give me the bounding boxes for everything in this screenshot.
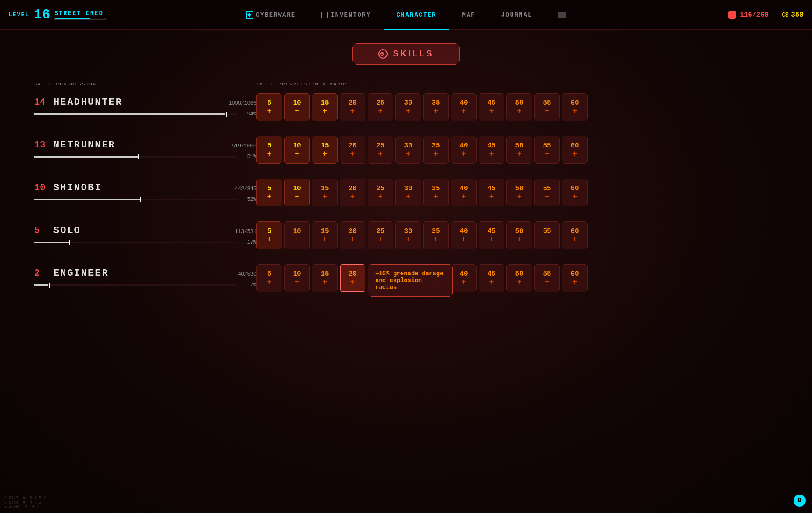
reward-tile-solo-1[interactable]: 10+ [284, 221, 310, 249]
reward-tile-shinobi-11[interactable]: 60+ [562, 179, 588, 206]
skill-level-solo: 5 [34, 225, 47, 236]
reward-tile-engineer-0[interactable]: 5+ [256, 264, 282, 292]
reward-tile-headhunter-4[interactable]: 25+ [368, 93, 393, 121]
nav-journal[interactable]: JOURNAL [488, 0, 545, 30]
rewards-grid-engineer: 5+10+15+20++10% grenade damage and explo… [256, 264, 588, 292]
reward-num-engineer-1: 10 [293, 271, 301, 277]
reward-tile-netrunner-3[interactable]: 20+ [340, 136, 365, 164]
reward-tile-solo-5[interactable]: 30+ [395, 221, 421, 249]
reward-tile-shinobi-1[interactable]: 10+ [284, 179, 310, 206]
reward-num-shinobi-5: 30 [404, 185, 412, 192]
reward-tile-headhunter-7[interactable]: 40+ [451, 93, 477, 121]
reward-plus-shinobi-1: + [295, 193, 300, 200]
reward-plus-shinobi-2: + [323, 193, 327, 200]
reward-num-headhunter-11: 60 [571, 100, 579, 106]
reward-tile-solo-8[interactable]: 45+ [479, 221, 504, 249]
nav-character[interactable]: CHARACTER [384, 0, 450, 30]
reward-tile-engineer-7[interactable]: 40+ [451, 264, 477, 292]
reward-tile-engineer-10[interactable]: 55+ [534, 264, 560, 292]
reward-tile-netrunner-6[interactable]: 35+ [423, 136, 449, 164]
reward-tile-engineer-9[interactable]: 50+ [506, 264, 532, 292]
reward-tile-solo-11[interactable]: 60+ [562, 221, 588, 249]
skill-bar-fill-engineer [34, 284, 48, 286]
reward-tile-solo-3[interactable]: 20+ [340, 221, 365, 249]
reward-tile-solo-2[interactable]: 15+ [312, 221, 338, 249]
reward-tile-headhunter-1[interactable]: 10+ [284, 93, 310, 121]
reward-tile-headhunter-8[interactable]: 45+ [479, 93, 504, 121]
nav-map[interactable]: MAP [449, 0, 488, 30]
reward-tile-solo-9[interactable]: 50+ [506, 221, 532, 249]
reward-tile-solo-4[interactable]: 25+ [368, 221, 393, 249]
reward-plus-headhunter-3: + [350, 107, 355, 115]
reward-num-shinobi-0: 5 [267, 185, 271, 192]
reward-plus-engineer-8: + [489, 278, 494, 286]
reward-tile-engineer-2[interactable]: 15+ [312, 264, 338, 292]
nav-inventory[interactable]: INVENTORY [309, 0, 384, 30]
reward-tile-solo-0[interactable]: 5+ [256, 221, 282, 249]
reward-tile-netrunner-5[interactable]: 30+ [395, 136, 421, 164]
nav-extra[interactable] [545, 0, 579, 30]
nav-inventory-label: INVENTORY [331, 12, 371, 18]
reward-tile-netrunner-1[interactable]: 10+ [284, 136, 310, 164]
reward-tile-shinobi-2[interactable]: 15+ [312, 179, 338, 206]
reward-tile-headhunter-2[interactable]: 15+ [312, 93, 338, 121]
skill-name-text-shinobi: SHINOBI [53, 183, 102, 193]
reward-tile-headhunter-11[interactable]: 60+ [562, 93, 588, 121]
skills-list: 14HEADHUNTER1008/106694%5+10+15+20+25+30… [34, 93, 778, 292]
reward-tile-netrunner-4[interactable]: 25+ [368, 136, 393, 164]
reward-tile-engineer-11[interactable]: 60+ [562, 264, 588, 292]
nav-cyberware[interactable]: CYBERWARE [233, 0, 309, 30]
reward-tile-shinobi-0[interactable]: 5+ [256, 179, 282, 206]
reward-tile-headhunter-3[interactable]: 20+ [340, 93, 365, 121]
reward-tile-netrunner-8[interactable]: 45+ [479, 136, 504, 164]
reward-tile-netrunner-10[interactable]: 55+ [534, 136, 560, 164]
reward-plus-shinobi-0: + [267, 193, 272, 200]
reward-tile-shinobi-3[interactable]: 20+ [340, 179, 365, 206]
inventory-icon [321, 12, 328, 18]
reward-tile-solo-6[interactable]: 35+ [423, 221, 449, 249]
reward-tile-headhunter-10[interactable]: 55+ [534, 93, 560, 121]
reward-tile-engineer-3[interactable]: 20+ [340, 264, 365, 292]
reward-plus-solo-5: + [406, 236, 411, 243]
reward-tile-shinobi-5[interactable]: 30+ [395, 179, 421, 206]
skill-bar-row-headhunter: 94% [34, 111, 256, 117]
reward-tile-netrunner-2[interactable]: 15+ [312, 136, 338, 164]
reward-plus-shinobi-6: + [434, 193, 438, 200]
reward-tile-headhunter-9[interactable]: 50+ [506, 93, 532, 121]
reward-num-shinobi-10: 55 [543, 185, 551, 192]
reward-plus-solo-2: + [323, 236, 327, 243]
skill-left-headhunter: 14HEADHUNTER1008/106694% [34, 97, 256, 117]
reward-tile-netrunner-7[interactable]: 40+ [451, 136, 477, 164]
reward-tile-netrunner-0[interactable]: 5+ [256, 136, 282, 164]
reward-num-shinobi-8: 45 [487, 185, 495, 192]
skill-bar-bg-solo [34, 242, 237, 243]
reward-tile-shinobi-6[interactable]: 35+ [423, 179, 449, 206]
reward-plus-headhunter-10: + [545, 107, 550, 115]
reward-num-engineer-8: 45 [487, 271, 495, 277]
reward-tile-netrunner-11[interactable]: 60+ [562, 136, 588, 164]
reward-tile-shinobi-4[interactable]: 25+ [368, 179, 393, 206]
reward-plus-netrunner-10: + [545, 150, 550, 158]
reward-plus-engineer-1: + [295, 278, 300, 286]
level-bar-container: STREET CRED [54, 10, 106, 20]
reward-tile-netrunner-9[interactable]: 50+ [506, 136, 532, 164]
reward-tile-engineer-8[interactable]: 45+ [479, 264, 504, 292]
reward-tile-engineer-1[interactable]: 10+ [284, 264, 310, 292]
reward-plus-shinobi-10: + [545, 193, 550, 200]
reward-tile-headhunter-6[interactable]: 35+ [423, 93, 449, 121]
reward-tile-solo-10[interactable]: 55+ [534, 221, 560, 249]
reward-num-headhunter-1: 10 [293, 100, 301, 106]
skills-button[interactable]: ⊕ SKILLS [352, 43, 460, 65]
reward-num-netrunner-3: 20 [348, 142, 356, 149]
reward-plus-engineer-3: + [350, 278, 355, 286]
reward-num-solo-0: 5 [267, 228, 271, 235]
reward-tile-shinobi-10[interactable]: 55+ [534, 179, 560, 206]
reward-tile-shinobi-7[interactable]: 40+ [451, 179, 477, 206]
reward-tile-shinobi-9[interactable]: 50+ [506, 179, 532, 206]
reward-tile-headhunter-0[interactable]: 5+ [256, 93, 282, 121]
skill-row-engineer: 2ENGINEER40/5307%5+10+15+20++10% grenade… [34, 264, 778, 292]
reward-tile-shinobi-8[interactable]: 45+ [479, 179, 504, 206]
skill-bar-row-netrunner: 51% [34, 154, 256, 160]
reward-tile-solo-7[interactable]: 40+ [451, 221, 477, 249]
reward-tile-headhunter-5[interactable]: 30+ [395, 93, 421, 121]
